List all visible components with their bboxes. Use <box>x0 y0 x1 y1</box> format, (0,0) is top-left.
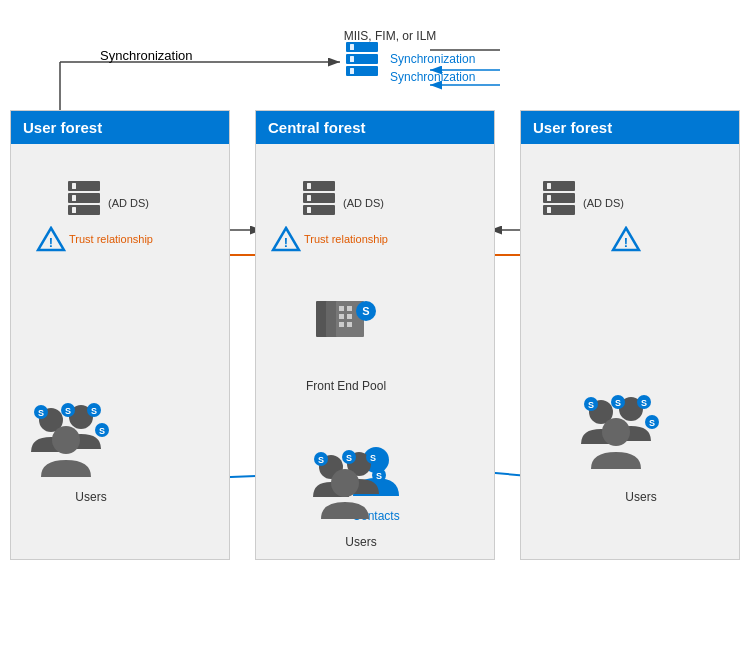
forest-left-header: User forest <box>11 111 229 144</box>
sync-arrow-label: Synchronization <box>100 48 193 63</box>
svg-rect-82 <box>547 195 551 201</box>
svg-rect-63 <box>347 322 352 327</box>
forest-left-label: User forest <box>23 119 102 136</box>
svg-rect-25 <box>350 44 354 50</box>
server-right-icon <box>541 181 577 225</box>
svg-rect-27 <box>350 68 354 74</box>
svg-text:S: S <box>38 408 44 418</box>
forest-left: User forest (AD DS) ! Trust relations <box>10 110 230 560</box>
svg-rect-58 <box>339 306 344 311</box>
forest-right: User forest (AD DS) ! <box>520 110 740 560</box>
svg-rect-62 <box>339 322 344 327</box>
forest-center-header: Central forest <box>256 111 494 144</box>
svg-rect-32 <box>72 195 76 201</box>
miis-text: MIIS, FIM, or ILM <box>344 29 437 43</box>
front-end-pool-icon: S <box>311 296 381 376</box>
svg-rect-50 <box>307 183 311 189</box>
svg-text:!: ! <box>284 235 288 250</box>
svg-text:S: S <box>588 400 594 410</box>
users-right-group: S S S S Users <box>576 394 696 504</box>
svg-rect-26 <box>350 56 354 62</box>
forest-right-label: User forest <box>533 119 612 136</box>
svg-point-38 <box>52 426 80 454</box>
svg-point-88 <box>602 418 630 446</box>
svg-text:S: S <box>615 398 621 408</box>
adds-right-label: (AD DS) <box>583 197 624 209</box>
svg-text:S: S <box>376 471 382 481</box>
front-end-pool-group: S Front End Pool <box>306 296 386 393</box>
users-left-icon: S S S S <box>26 402 146 492</box>
svg-text:S: S <box>346 453 352 463</box>
svg-rect-60 <box>339 314 344 319</box>
front-end-pool-label: Front End Pool <box>306 379 386 393</box>
adds-center-label: (AD DS) <box>343 197 384 209</box>
svg-text:S: S <box>65 406 71 416</box>
server-center-icon <box>301 181 337 225</box>
svg-rect-59 <box>347 306 352 311</box>
diagram-container: Synchronization MIIS, FIM, or ILM Synchr… <box>0 0 747 664</box>
adds-center-group: (AD DS) <box>301 181 384 225</box>
sync-text: Synchronization <box>100 48 193 63</box>
users-center-icon: S S S S <box>311 449 411 529</box>
users-right-icon: S S S S <box>576 394 696 484</box>
sync1-text: Synchronization <box>390 52 475 66</box>
miis-label: MIIS, FIM, or ILM <box>340 28 440 43</box>
svg-text:S: S <box>649 418 655 428</box>
svg-point-69 <box>331 469 359 497</box>
miis-server-icon <box>342 42 382 100</box>
svg-text:S: S <box>362 305 369 317</box>
sync2-text: Synchronization <box>390 70 475 84</box>
svg-rect-81 <box>547 183 551 189</box>
svg-text:!: ! <box>49 235 53 250</box>
warning-left-icon: ! <box>36 226 66 255</box>
sync-right-labels: Synchronization Synchronization <box>390 52 475 84</box>
users-left-label: Users <box>36 490 146 504</box>
svg-rect-33 <box>72 207 76 213</box>
users-center-group: S S S S Users <box>311 449 411 549</box>
trust-left-text: Trust relationship <box>69 233 153 245</box>
adds-left-group: (AD DS) <box>66 181 149 225</box>
forest-right-header: User forest <box>521 111 739 144</box>
svg-rect-51 <box>307 195 311 201</box>
svg-text:S: S <box>370 453 376 463</box>
svg-text:!: ! <box>624 235 628 250</box>
server-left-icon <box>66 181 102 225</box>
forest-center: Central forest (AD DS) ! Trust relations… <box>255 110 495 560</box>
svg-text:S: S <box>318 455 324 465</box>
adds-left-label: (AD DS) <box>108 197 149 209</box>
svg-text:S: S <box>91 406 97 416</box>
trust-center-text: Trust relationship <box>304 233 388 245</box>
users-center-label: Users <box>311 535 411 549</box>
warning-center-icon: ! <box>271 226 301 255</box>
trust-center-label: Trust relationship <box>304 231 388 246</box>
users-left-group: S S S S Users <box>26 402 146 504</box>
svg-rect-61 <box>347 314 352 319</box>
svg-text:S: S <box>99 426 105 436</box>
forest-center-label: Central forest <box>268 119 366 136</box>
trust-left-label: Trust relationship <box>69 231 153 246</box>
svg-rect-83 <box>547 207 551 213</box>
adds-right-group: (AD DS) <box>541 181 624 225</box>
svg-rect-52 <box>307 207 311 213</box>
warning-right-icon: ! <box>611 226 641 255</box>
svg-rect-31 <box>72 183 76 189</box>
svg-text:S: S <box>641 398 647 408</box>
users-right-label: Users <box>586 490 696 504</box>
